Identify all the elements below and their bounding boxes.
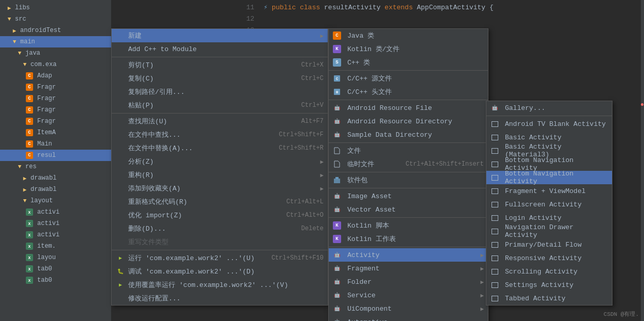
menu-item-debug[interactable]: 🐛 调试 'com.example.work2' ...'(D) — [112, 265, 328, 278]
menu-item-cpp-class[interactable]: S C++ 类 — [329, 56, 488, 69]
menu-item-override-file-type[interactable]: 重写文件类型 — [112, 235, 328, 249]
tree-item-xml2[interactable]: X activi — [0, 218, 111, 229]
menu-item-cpp-header[interactable]: H C/C++ 头文件 — [329, 85, 488, 99]
menu-label-copy: 复制(C) — [128, 74, 291, 83]
menu-item-primary-detail[interactable]: Primary/Detail Flow — [486, 238, 612, 251]
menu-label-refactor: 重构(R) — [128, 170, 317, 180]
menu-label-cpp-header: C/C++ 头文件 — [347, 87, 484, 97]
tree-item-frag4[interactable]: C Fragr — [0, 116, 111, 127]
menu-item-android-tv-blank[interactable]: Android TV Blank Activity — [486, 117, 612, 131]
menu-item-uicomponent[interactable]: 🤖 UiComponent ▶ — [329, 302, 488, 315]
tree-item-java[interactable]: ▼ java — [0, 47, 111, 59]
menu-item-optimize-imports[interactable]: 优化 import(Z) Ctrl+Alt+O — [112, 208, 328, 222]
tree-item-xml6[interactable]: X tab0 — [0, 263, 111, 275]
tree-item-xml1[interactable]: X activi — [0, 206, 111, 218]
menu-item-fragment[interactable]: 🤖 Fragment ▶ — [329, 262, 488, 275]
menu-item-folder[interactable]: 🤖 Folder ▶ — [329, 275, 488, 288]
tree-label: Main — [37, 140, 52, 148]
menu-item-basic-activity[interactable]: Basic Activity — [486, 131, 612, 144]
menu-item-delete[interactable]: 删除(D)... Delete — [112, 222, 328, 235]
menu-item-login[interactable]: Login Activity — [486, 211, 612, 224]
tree-item-frag2[interactable]: C Fragr — [0, 93, 111, 104]
menu-item-gallery[interactable]: 🤖 Gallery... — [486, 101, 612, 115]
menu-item-nav-drawer[interactable]: Navigation Drawer Activity — [486, 224, 612, 238]
menu-label-package: 软件包 — [347, 175, 484, 185]
superclass-name: AppCompatActivity — [417, 4, 489, 11]
tree-item-xml5[interactable]: X layou — [0, 252, 111, 263]
tree-label: activi — [37, 220, 59, 227]
menu-item-kotlin-script[interactable]: K Kotlin 脚本 — [329, 219, 488, 232]
tree-item-main[interactable]: ▼ main — [0, 36, 111, 47]
menu-item-refactor[interactable]: 重构(R) ▶ — [112, 168, 328, 182]
menu-item-automotive[interactable]: 🤖 Automotive ▶ — [329, 315, 488, 321]
tree-item-main-activity[interactable]: C Main — [0, 138, 111, 150]
menu-item-android-resource-dir[interactable]: 🤖 Android Resource Directory — [329, 115, 488, 128]
menu-item-image-asset[interactable]: 🤖 Image Asset — [329, 189, 488, 203]
menu-item-copy[interactable]: 复制(C) Ctrl+C — [112, 72, 328, 85]
menu-item-new[interactable]: 新建 ▶ — [112, 29, 328, 42]
menu-label-service: Service — [347, 292, 477, 299]
menu-item-replace-in-files[interactable]: 在文件中替换(A)... Ctrl+Shift+R — [112, 141, 328, 155]
menu-item-sample-data-dir[interactable]: 🤖 Sample Data Directory — [329, 128, 488, 141]
folder-icon: ▶ — [21, 185, 29, 194]
menu-item-service[interactable]: 🤖 Service ▶ — [329, 288, 488, 302]
menu-item-android-resource-file[interactable]: 🤖 Android Resource File — [329, 101, 488, 115]
tree-item-comexample[interactable]: ▼ com.exa — [0, 59, 111, 70]
tree-item-frag3[interactable]: C Fragr — [0, 104, 111, 116]
tree-item-frag1[interactable]: C Fragr — [0, 82, 111, 93]
tree-item-result-activity[interactable]: C resul — [0, 150, 111, 161]
menu-item-scratch-file[interactable]: 临时文件 Ctrl+Alt+Shift+Insert — [329, 157, 488, 171]
menu-label-java-class: Java 类 — [347, 31, 484, 40]
menu-item-fragment-viewmodel[interactable]: Fragment + ViewModel — [486, 184, 612, 198]
menu-item-kotlin-worksheet[interactable]: K Kotlin 工作表 — [329, 232, 488, 246]
tree-item-drawable2[interactable]: ▶ drawabl — [0, 184, 111, 195]
menu-item-package[interactable]: 软件包 — [329, 173, 488, 187]
java-icon: C — [26, 106, 33, 114]
tree-item-adapter[interactable]: C Adap — [0, 70, 111, 82]
menu-item-modify-run-config[interactable]: 修改运行配置... — [112, 292, 328, 305]
menu-item-settings[interactable]: Settings Activity — [486, 278, 612, 292]
menu-item-bottom-nav[interactable]: Bottom Navigation Activity — [486, 157, 612, 171]
menu-label-favorites: 添加到收藏夹(A) — [128, 184, 317, 193]
tree-item-androidtest[interactable]: ▶ androidTest — [0, 25, 111, 36]
fragment-vm-icon — [490, 187, 499, 195]
menu-item-copy-path[interactable]: 复制路径/引用... — [112, 85, 328, 99]
menu-item-file[interactable]: 文件 — [329, 144, 488, 157]
shortcut-copy: Ctrl+C — [301, 75, 324, 82]
folder-icon: ▶ — [10, 26, 19, 35]
tree-item-layout[interactable]: ▼ layout — [0, 195, 111, 206]
menu-item-add-cpp[interactable]: Add C++ to Module — [112, 42, 328, 56]
menu-item-run-with-coverage[interactable]: ▶ 使用覆盖率运行 'com.example.work2' ...'(V) — [112, 278, 328, 292]
menu-item-kotlin-class[interactable]: K Kotlin 类/文件 — [329, 42, 488, 56]
tree-item-xml7[interactable]: X tab0 — [0, 275, 111, 286]
tree-item-itema[interactable]: C ItemA — [0, 127, 111, 138]
menu-item-activity[interactable]: 🤖 Activity ▶ — [329, 248, 488, 262]
tree-item-drawable1[interactable]: ▶ drawabl — [0, 172, 111, 184]
menu-item-paste[interactable]: 粘贴(P) Ctrl+V — [112, 99, 328, 112]
menu-item-responsive[interactable]: Responsive Activity — [486, 251, 612, 265]
menu-item-add-to-favorites[interactable]: 添加到收藏夹(A) ▶ — [112, 182, 328, 195]
menu-item-cut[interactable]: 剪切(T) Ctrl+X — [112, 58, 328, 72]
menu-item-reformat[interactable]: 重新格式化代码(R) Ctrl+Alt+L — [112, 195, 328, 208]
tree-item-libs[interactable]: ▶ libs — [0, 2, 111, 13]
tree-item-xml4[interactable]: X item. — [0, 240, 111, 252]
tree-item-xml3[interactable]: X activi — [0, 229, 111, 240]
menu-item-run[interactable]: ▶ 运行 'com.example.work2' ...'(U) Ctrl+Sh… — [112, 251, 328, 265]
tree-item-src[interactable]: ▼ src — [0, 13, 111, 25]
service-icon: 🤖 — [333, 291, 341, 299]
menu-item-vector-asset[interactable]: 🤖 Vector Asset — [329, 203, 488, 216]
menu-item-cpp-source[interactable]: C C/C++ 源文件 — [329, 72, 488, 85]
menu-item-scrolling[interactable]: Scrolling Activity — [486, 265, 612, 278]
menu-item-java-class[interactable]: C Java 类 — [329, 29, 488, 42]
menu-item-find-usages[interactable]: 查找用法(U) Alt+F7 — [112, 115, 328, 128]
menu-item-find-in-files[interactable]: 在文件中查找... Ctrl+Shift+F — [112, 128, 328, 141]
menu-item-basic-activity-material3[interactable]: Basic Activity (Material3) — [486, 144, 612, 157]
primary-detail-icon — [490, 240, 499, 249]
arrow-icon-automotive: ▶ — [480, 319, 484, 322]
menu-item-fullscreen[interactable]: Fullscreen Activity — [486, 198, 612, 211]
menu-item-tabbed[interactable]: Tabbed Activity — [486, 292, 612, 305]
menu-label-cpp-source: C/C++ 源文件 — [347, 74, 484, 83]
menu-item-empty-activity[interactable]: Bottom Navigation Activity — [486, 171, 612, 184]
menu-item-analyze[interactable]: 分析(Z) ▶ — [112, 155, 328, 168]
tree-item-res[interactable]: ▼ res — [0, 161, 111, 172]
